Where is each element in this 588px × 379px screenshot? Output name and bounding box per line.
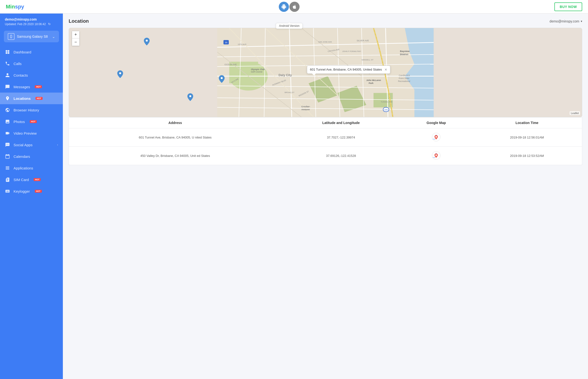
map-pin-1[interactable] (144, 38, 150, 47)
svg-point-65 (119, 72, 121, 74)
svg-text:19TH AVE: 19TH AVE (238, 43, 246, 46)
user-dropdown[interactable]: demo@minspy.com ▾ (550, 19, 582, 23)
applications-icon (5, 165, 10, 171)
svg-text:Candlestick: Candlestick (399, 74, 410, 77)
video-preview-label: Video Preview (14, 131, 37, 135)
sidebar-item-keylogger[interactable]: Keylogger HOT (0, 185, 63, 197)
svg-point-64 (146, 40, 148, 42)
sidebar-item-contacts[interactable]: Contacts (0, 69, 63, 81)
google-map-icon[interactable]: G map (432, 151, 441, 160)
zoom-in-button[interactable]: + (72, 31, 79, 38)
cell-address: 450 Valley Dr, Brisbane, CA 94005, Unit … (69, 147, 282, 165)
map-pin-2[interactable] (117, 70, 123, 79)
sidebar-item-dashboard[interactable]: Dashboard (0, 46, 63, 58)
svg-text:Park: Park (369, 82, 373, 84)
photos-icon (5, 119, 10, 124)
refresh-icon[interactable]: ↻ (48, 22, 51, 26)
svg-point-70 (435, 136, 437, 138)
device-name: Samsung Galaxy S8 (17, 34, 48, 38)
video-icon (5, 130, 10, 136)
svg-rect-5 (8, 52, 9, 54)
dashboard-icon (5, 49, 10, 55)
logo-min: Min (6, 4, 15, 10)
ios-button[interactable] (289, 2, 300, 12)
col-location-time: Location Time (472, 117, 582, 128)
svg-text:District: District (400, 53, 408, 56)
svg-text:John McLaren: John McLaren (366, 79, 381, 81)
map-pin-4[interactable] (187, 93, 193, 102)
chevron-down-icon: ⌄ (52, 34, 55, 39)
social-apps-arrow: › (57, 143, 58, 146)
top-header: Minspy Android Version BUY NOW (0, 0, 588, 14)
svg-text:SAN JOSE AVE: SAN JOSE AVE (318, 41, 332, 43)
logo-spy: spy (15, 4, 24, 10)
calendars-label: Calendars (14, 155, 30, 158)
main-layout: demo@minspy.com Updated: Feb 29 2020 18:… (0, 14, 588, 379)
device-left: Samsung Galaxy S8 (8, 33, 48, 40)
device-icon (8, 33, 15, 40)
svg-point-66 (221, 77, 223, 79)
android-version-tooltip: Android Version (276, 23, 303, 29)
sidebar-item-social-apps[interactable]: Social Apps › (0, 139, 63, 151)
google-map-icon[interactable]: G map (432, 133, 441, 142)
keylogger-icon (5, 189, 10, 194)
sidebar-nav: Dashboard Calls Contacts (0, 44, 63, 379)
sidebar-item-sim-card[interactable]: SIM Card HOT (0, 174, 63, 185)
messages-label: Messages (14, 85, 30, 89)
col-lat-lng: Latitude and Longitude (281, 117, 400, 128)
social-icon (5, 142, 10, 147)
cell-google-map[interactable]: G map (401, 147, 472, 165)
svg-text:map: map (433, 157, 435, 158)
sidebar-item-applications[interactable]: Applications (0, 162, 63, 174)
location-table: Address Latitude and Longitude Google Ma… (69, 117, 582, 165)
apple-icon (292, 4, 297, 9)
updated-text: Updated: Feb 29 2020 18:06:42 (5, 22, 46, 26)
sidebar-user: demo@minspy.com Updated: Feb 29 2020 18:… (0, 14, 63, 29)
browser-icon (5, 107, 10, 113)
android-button[interactable] (279, 2, 289, 12)
zoom-out-button[interactable]: − (72, 38, 79, 46)
map-controls: + − (72, 31, 79, 46)
calls-label: Calls (14, 62, 21, 66)
content-area: Location demo@minspy.com ▾ (63, 14, 588, 379)
sidebar-item-video-preview[interactable]: Video Preview (0, 127, 63, 139)
contacts-icon (5, 73, 10, 78)
sidebar-item-messages[interactable]: Messages HOT (0, 81, 63, 93)
svg-text:Point State: Point State (399, 77, 409, 79)
cell-google-map[interactable]: G map (401, 128, 472, 147)
locations-hot-badge: HOT (35, 97, 43, 100)
map-pin-3[interactable] (219, 75, 225, 84)
svg-text:TUNNEL AVE: TUNNEL AVE (381, 101, 393, 103)
svg-text:Bayview: Bayview (400, 50, 410, 52)
leaflet-label: Leaflet (570, 111, 580, 115)
content-header: Location demo@minspy.com ▾ (69, 18, 582, 24)
sidebar-updated: Updated: Feb 29 2020 18:06:42 ↻ (5, 22, 58, 26)
keylogger-hot-badge: HOT (35, 190, 42, 193)
map-popup-close[interactable]: ✕ (384, 68, 387, 72)
sidebar-item-calls[interactable]: Calls (0, 58, 63, 69)
chevron-down-icon: ▾ (581, 20, 582, 23)
sim-card-label: SIM Card (14, 178, 29, 182)
cell-location-time: 2019-09-18 12:53:52AM (472, 147, 582, 165)
svg-text:35: 35 (225, 41, 228, 44)
svg-text:BROAD ST: BROAD ST (285, 91, 294, 94)
buy-now-button[interactable]: BUY NOW (554, 2, 582, 11)
sidebar-item-calendars[interactable]: Calendars (0, 151, 63, 162)
svg-text:Daly City: Daly City (279, 73, 292, 77)
sidebar-item-browser-history[interactable]: Browser History (0, 104, 63, 116)
sidebar-item-locations[interactable]: Locations HOT (0, 93, 63, 104)
svg-text:Recreational: Recreational (398, 80, 410, 82)
col-address: Address (69, 117, 282, 128)
svg-text:101: 101 (384, 109, 388, 111)
sidebar-item-photos[interactable]: Photos HOT (0, 116, 63, 127)
svg-point-74 (435, 155, 437, 156)
cell-lat-lng[interactable]: 37.7027,-122.39974 (281, 128, 400, 147)
svg-text:Amazon: Amazon (302, 108, 310, 111)
cell-lat-lng[interactable]: 37.69126,-122.41528 (281, 147, 400, 165)
table-row: 450 Valley Dr, Brisbane, CA 94005, Unit … (69, 147, 582, 165)
cell-location-time: 2019-09-18 12:56:01AM (472, 128, 582, 147)
location-icon (5, 96, 10, 101)
table-header-row: Address Latitude and Longitude Google Ma… (69, 117, 582, 128)
photos-hot-badge: HOT (30, 120, 37, 123)
device-selector[interactable]: Samsung Galaxy S8 ⌄ (4, 31, 59, 42)
